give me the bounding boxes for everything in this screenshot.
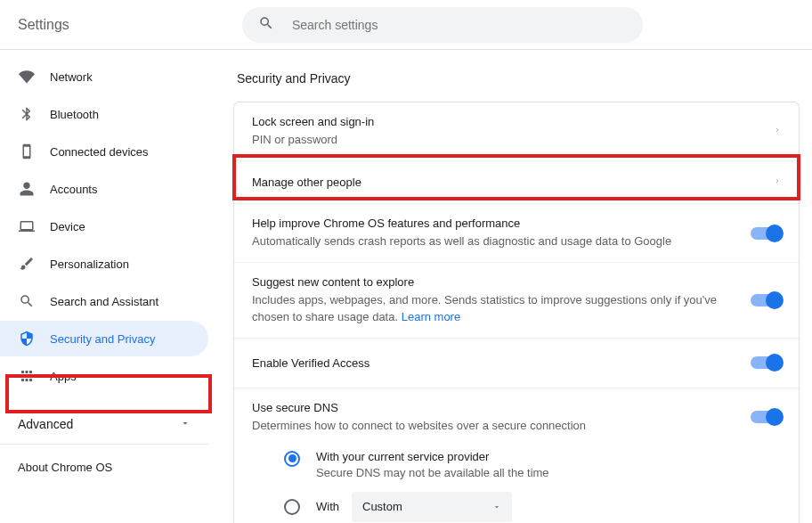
bluetooth-icon xyxy=(18,105,36,123)
learn-more-link[interactable]: Learn more xyxy=(402,310,460,323)
sidebar-item-bluetooth[interactable]: Bluetooth xyxy=(0,96,208,132)
advanced-label: Advanced xyxy=(18,417,73,431)
chevron-down-icon xyxy=(492,503,501,511)
row-help-improve: Help improve Chrome OS features and perf… xyxy=(234,204,799,263)
apps-icon xyxy=(18,367,36,385)
search-input[interactable] xyxy=(292,18,627,32)
toggle-dns[interactable] xyxy=(751,411,781,423)
dns-provider-select[interactable]: Custom xyxy=(352,492,512,522)
row-title: Manage other people xyxy=(252,176,774,189)
laptop-icon xyxy=(18,217,36,235)
search-box[interactable] xyxy=(242,7,643,43)
sidebar-item-label: Device xyxy=(50,220,85,233)
sidebar-item-label: Bluetooth xyxy=(50,108,99,121)
row-sub: Determines how to connect to websites ov… xyxy=(252,418,751,434)
row-title: Use secure DNS xyxy=(252,401,751,414)
sidebar: Network Bluetooth Connected devices Acco… xyxy=(0,50,219,523)
wifi-icon xyxy=(18,68,36,86)
chevron-down-icon xyxy=(180,417,191,431)
sidebar-item-device[interactable]: Device xyxy=(0,208,208,244)
shield-icon xyxy=(18,330,36,347)
sidebar-item-apps[interactable]: Apps xyxy=(0,358,208,394)
row-title: Help improve Chrome OS features and perf… xyxy=(252,217,751,230)
row-secure-dns: Use secure DNS Determines how to connect… xyxy=(234,388,799,446)
app-header: Settings xyxy=(0,0,812,50)
sidebar-item-label: Security and Privacy xyxy=(50,332,156,346)
row-title: Enable Verified Access xyxy=(252,356,751,370)
phone-icon xyxy=(18,143,36,160)
radio-custom-provider[interactable]: With Custom xyxy=(284,492,781,522)
radio-label: With xyxy=(316,500,339,513)
sidebar-item-label: Apps xyxy=(50,370,77,383)
radio-sub: Secure DNS may not be available all the … xyxy=(316,466,549,479)
row-title: Lock screen and sign-in xyxy=(252,115,774,128)
toggle-suggest[interactable] xyxy=(751,294,781,306)
chevron-right-icon xyxy=(774,125,781,138)
sidebar-item-connected-devices[interactable]: Connected devices xyxy=(0,134,208,169)
toggle-verified[interactable] xyxy=(751,356,781,369)
sidebar-item-security[interactable]: Security and Privacy xyxy=(0,321,208,356)
search-icon xyxy=(258,15,274,34)
section-title: Security and Privacy xyxy=(237,71,800,86)
settings-card: Lock screen and sign-in PIN or password … xyxy=(233,102,800,523)
advanced-toggle[interactable]: Advanced xyxy=(0,405,208,445)
dns-options: With your current service provider Secur… xyxy=(234,446,799,523)
page-title: Settings xyxy=(18,17,69,33)
sidebar-item-label: Search and Assistant xyxy=(50,295,158,308)
toggle-help-improve[interactable] xyxy=(751,227,781,240)
radio-icon xyxy=(284,451,300,467)
sidebar-item-label: Connected devices xyxy=(50,145,149,159)
row-verified-access: Enable Verified Access xyxy=(234,339,799,388)
row-suggest-content: Suggest new content to explore Includes … xyxy=(234,263,799,338)
person-icon xyxy=(18,180,36,198)
chevron-right-icon xyxy=(774,176,781,189)
row-lock-screen[interactable]: Lock screen and sign-in PIN or password xyxy=(234,102,799,161)
radio-label: With your current service provider xyxy=(316,450,549,463)
sidebar-item-personalization[interactable]: Personalization xyxy=(0,246,208,282)
sidebar-item-label: Personalization xyxy=(50,257,129,271)
sidebar-item-accounts[interactable]: Accounts xyxy=(0,171,208,207)
row-sub: PIN or password xyxy=(252,132,774,148)
sidebar-item-network[interactable]: Network xyxy=(0,59,208,94)
content-area: Security and Privacy Lock screen and sig… xyxy=(219,50,812,523)
row-title: Suggest new content to explore xyxy=(252,275,751,289)
row-manage-people[interactable]: Manage other people xyxy=(234,161,799,204)
radio-current-provider[interactable]: With your current service provider Secur… xyxy=(284,450,781,479)
row-sub: Automatically sends crash reports as wel… xyxy=(252,233,751,249)
sidebar-item-label: Network xyxy=(50,70,93,84)
sidebar-item-label: Accounts xyxy=(50,183,97,196)
brush-icon xyxy=(18,255,36,273)
sidebar-item-search-assistant[interactable]: Search and Assistant xyxy=(0,283,208,319)
search-icon xyxy=(18,292,36,310)
search-wrap xyxy=(242,7,643,43)
radio-icon xyxy=(284,499,300,515)
about-link[interactable]: About Chrome OS xyxy=(0,445,219,490)
row-sub: Includes apps, webpages, and more. Sends… xyxy=(252,292,751,324)
